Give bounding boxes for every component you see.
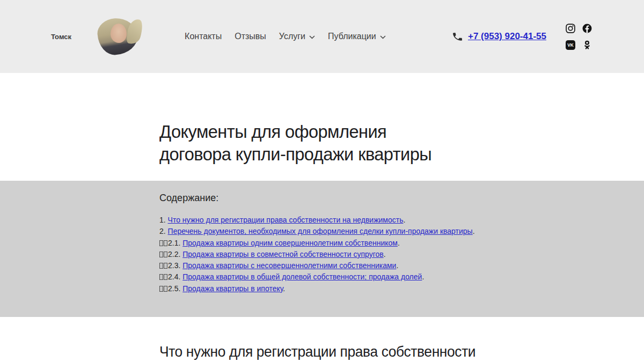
toc-link[interactable]: Перечень документов, необходимых для офо… [168, 227, 473, 235]
avatar-face [111, 24, 127, 43]
toc-item: 2.5. Продажа квартиры в ипотеку. [159, 283, 644, 294]
chevron-down-icon [380, 35, 386, 39]
missing-glyph-box [159, 286, 163, 292]
toc-item: 2. Перечень документов, необходимых для … [159, 226, 644, 237]
instagram-icon [566, 24, 575, 33]
toc-item-suffix: . [473, 227, 475, 235]
toc-item-number: 2.5. [168, 284, 182, 293]
missing-glyph-box [164, 252, 167, 257]
table-of-contents: Содержание: 1. Что нужно для регистрации… [0, 181, 644, 317]
toc-item-number: 2.3. [168, 261, 182, 270]
nav-item-label: Контакты [185, 32, 222, 41]
toc-item-number: 2.4. [168, 272, 182, 281]
nav-item-label: Отзывы [235, 32, 266, 41]
chevron-down-icon [309, 35, 315, 39]
section-heading: Что нужно для регистрации права собствен… [159, 343, 625, 360]
page-content: Документы для оформления договора купли-… [0, 73, 644, 360]
toc-item: 2.2. Продажа квартиры в совместной собст… [159, 249, 644, 260]
toc-item-number: 2.1. [168, 239, 182, 247]
toc-item-suffix: . [384, 250, 386, 258]
toc-link[interactable]: Продажа квартиры в совместной собственно… [182, 250, 383, 258]
city-label: Томск [51, 33, 71, 41]
nav-item-label: Услуги [279, 32, 305, 41]
phone-number-link[interactable]: +7 (953) 920-41-55 [468, 31, 546, 42]
toc-link[interactable]: Продажа квартиры одним совершеннолетним … [182, 239, 398, 247]
nav-item-publications[interactable]: Публикации [328, 32, 386, 41]
toc-item-suffix: . [422, 272, 424, 281]
vk-icon: VK [566, 40, 575, 50]
toc-item-suffix: . [283, 284, 285, 293]
phone-block: +7 (953) 920-41-55 [452, 31, 546, 42]
nav-item-services[interactable]: Услуги [279, 32, 315, 41]
toc-item-number: 2.2. [168, 250, 182, 258]
toc-item: 2.3. Продажа квартиры с несовершеннолетн… [159, 260, 644, 271]
toc-link[interactable]: Продажа квартиры в общей долевой собстве… [182, 272, 422, 281]
toc-item-suffix: . [398, 239, 400, 247]
toc-link[interactable]: Продажа квартиры в ипотеку [182, 284, 283, 293]
svg-text:VK: VK [567, 42, 574, 48]
page-title: Документы для оформления договора купли-… [159, 120, 448, 165]
odnoklassniki-icon [582, 40, 592, 50]
social-links: VK [566, 24, 592, 50]
site-logo-photo[interactable] [97, 17, 141, 56]
facebook-icon [582, 24, 592, 33]
toc-item-suffix: . [403, 216, 405, 224]
title-section: Документы для оформления договора купли-… [0, 73, 644, 165]
toc-item-number: 2. [159, 227, 168, 235]
nav-item-label: Публикации [328, 32, 376, 41]
nav-item-reviews[interactable]: Отзывы [235, 32, 266, 41]
first-article-section: Что нужно для регистрации права собствен… [0, 317, 644, 360]
missing-glyph-box [159, 274, 163, 280]
phone-receiver-icon [451, 30, 464, 42]
missing-glyph-box [164, 263, 167, 269]
toc-item-number: 1. [159, 216, 168, 224]
missing-glyph-box [159, 263, 163, 269]
toc-link[interactable]: Продажа квартиры с несовершеннолетними с… [182, 261, 396, 270]
missing-glyph-box [159, 252, 163, 257]
toc-item: 2.4. Продажа квартиры в общей долевой со… [159, 271, 644, 283]
missing-glyph-box [164, 274, 167, 280]
missing-glyph-box [164, 286, 167, 292]
toc-item: 1. Что нужно для регистрации права собст… [159, 215, 644, 226]
toc-link[interactable]: Что нужно для регистрации права собствен… [168, 216, 404, 224]
social-link-facebook[interactable] [582, 24, 592, 33]
missing-glyph-box [164, 240, 167, 246]
toc-item: 2.1. Продажа квартиры одним совершенноле… [159, 238, 644, 249]
social-link-vk[interactable]: VK [566, 40, 575, 50]
main-nav: КонтактыОтзывыУслугиПубликации [185, 32, 386, 41]
social-link-odnoklassniki[interactable] [582, 40, 592, 50]
nav-item-contacts[interactable]: Контакты [185, 32, 222, 41]
toc-list: 1. Что нужно для регистрации права собст… [159, 215, 644, 294]
missing-glyph-box [159, 240, 163, 246]
toc-item-suffix: . [396, 261, 398, 270]
social-link-instagram[interactable] [566, 24, 575, 33]
toc-heading: Содержание: [159, 193, 644, 204]
site-header: Томск КонтактыОтзывыУслугиПубликации +7 … [0, 0, 644, 73]
